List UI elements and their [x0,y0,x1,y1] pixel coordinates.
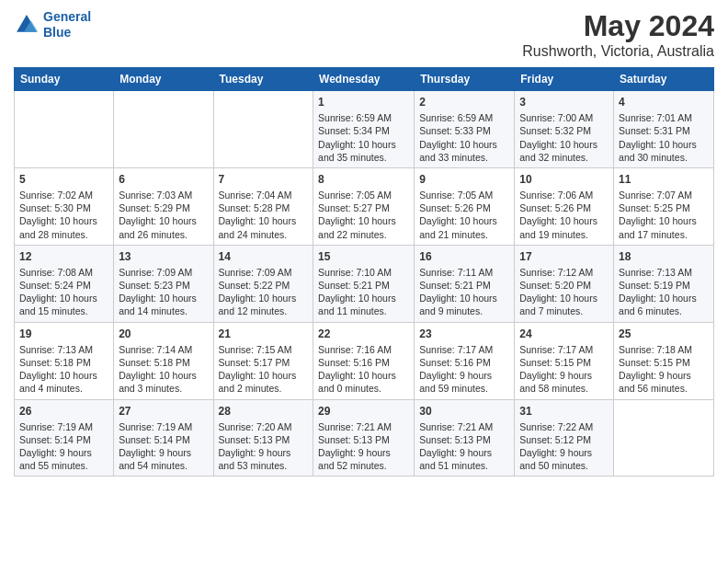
day-info: Sunrise: 6:59 AMSunset: 5:33 PMDaylight:… [419,111,509,164]
day-number: 20 [119,327,208,341]
header-thursday: Thursday [415,68,515,91]
day-info: Sunrise: 7:19 AMSunset: 5:14 PMDaylight:… [119,420,208,473]
header-row: Sunday Monday Tuesday Wednesday Thursday… [15,68,714,91]
day-number: 10 [519,172,609,187]
day-number: 26 [19,404,108,419]
day-info: Sunrise: 7:05 AMSunset: 5:27 PMDaylight:… [318,189,409,241]
table-row: 29Sunrise: 7:21 AMSunset: 5:13 PMDayligh… [313,399,415,477]
calendar-title: May 2024 [522,9,714,43]
day-info: Sunrise: 7:19 AMSunset: 5:14 PMDaylight:… [19,420,108,473]
day-info: Sunrise: 7:01 AMSunset: 5:31 PMDaylight:… [619,111,709,164]
table-row: 7Sunrise: 7:04 AMSunset: 5:28 PMDaylight… [213,167,313,245]
table-row: 26Sunrise: 7:19 AMSunset: 5:14 PMDayligh… [15,399,114,477]
table-row: 1Sunrise: 6:59 AMSunset: 5:34 PMDaylight… [313,91,415,168]
day-info: Sunrise: 7:09 AMSunset: 5:22 PMDaylight:… [219,266,309,318]
table-row: 5Sunrise: 7:02 AMSunset: 5:30 PMDaylight… [15,167,114,245]
day-number: 24 [519,327,609,341]
day-info: Sunrise: 7:07 AMSunset: 5:25 PMDaylight:… [619,189,709,241]
day-info: Sunrise: 7:16 AMSunset: 5:16 PMDaylight:… [318,343,409,396]
day-info: Sunrise: 6:59 AMSunset: 5:34 PMDaylight:… [318,111,409,164]
day-info: Sunrise: 7:13 AMSunset: 5:19 PMDaylight:… [619,266,709,318]
day-number: 7 [219,172,309,187]
table-row: 10Sunrise: 7:06 AMSunset: 5:26 PMDayligh… [515,167,614,245]
day-number: 9 [419,172,509,187]
header-monday: Monday [114,68,213,91]
table-row [614,399,714,477]
day-info: Sunrise: 7:02 AMSunset: 5:30 PMDaylight:… [19,189,108,241]
day-number: 8 [318,172,409,187]
day-number: 29 [318,404,409,419]
day-info: Sunrise: 7:03 AMSunset: 5:29 PMDaylight:… [119,189,208,241]
day-number: 19 [19,327,108,341]
day-number: 4 [619,95,709,109]
day-number: 6 [119,172,208,187]
table-row: 22Sunrise: 7:16 AMSunset: 5:16 PMDayligh… [313,322,415,399]
logo-icon [14,12,40,38]
table-row: 3Sunrise: 7:00 AMSunset: 5:32 PMDaylight… [515,91,614,168]
logo: General Blue [14,9,91,40]
header-sunday: Sunday [15,68,114,91]
table-row: 30Sunrise: 7:21 AMSunset: 5:13 PMDayligh… [415,399,515,477]
day-info: Sunrise: 7:08 AMSunset: 5:24 PMDaylight:… [19,266,108,318]
day-info: Sunrise: 7:12 AMSunset: 5:20 PMDaylight:… [519,266,609,318]
table-row: 31Sunrise: 7:22 AMSunset: 5:12 PMDayligh… [515,399,614,477]
table-row [15,91,114,168]
day-number: 12 [19,249,108,264]
day-number: 16 [419,249,509,264]
table-row: 23Sunrise: 7:17 AMSunset: 5:16 PMDayligh… [415,322,515,399]
day-info: Sunrise: 7:14 AMSunset: 5:18 PMDaylight:… [119,343,208,396]
day-info: Sunrise: 7:09 AMSunset: 5:23 PMDaylight:… [119,266,208,318]
day-info: Sunrise: 7:04 AMSunset: 5:28 PMDaylight:… [219,189,309,241]
day-info: Sunrise: 7:18 AMSunset: 5:15 PMDaylight:… [619,343,709,396]
table-row: 21Sunrise: 7:15 AMSunset: 5:17 PMDayligh… [213,322,313,399]
day-number: 11 [619,172,709,187]
day-info: Sunrise: 7:00 AMSunset: 5:32 PMDaylight:… [519,111,609,164]
table-row: 12Sunrise: 7:08 AMSunset: 5:24 PMDayligh… [15,245,114,322]
header: General Blue May 2024 Rushworth, Victori… [14,9,714,60]
day-info: Sunrise: 7:21 AMSunset: 5:13 PMDaylight:… [419,420,509,473]
page: General Blue May 2024 Rushworth, Victori… [0,0,728,490]
table-row: 18Sunrise: 7:13 AMSunset: 5:19 PMDayligh… [614,245,714,322]
day-info: Sunrise: 7:05 AMSunset: 5:26 PMDaylight:… [419,189,509,241]
table-row [114,91,213,168]
day-info: Sunrise: 7:22 AMSunset: 5:12 PMDaylight:… [519,420,609,473]
table-row: 8Sunrise: 7:05 AMSunset: 5:27 PMDaylight… [313,167,415,245]
table-row: 2Sunrise: 6:59 AMSunset: 5:33 PMDaylight… [415,91,515,168]
day-info: Sunrise: 7:15 AMSunset: 5:17 PMDaylight:… [219,343,309,396]
header-wednesday: Wednesday [313,68,415,91]
day-number: 3 [519,95,609,109]
day-number: 1 [318,95,409,109]
day-number: 21 [219,327,309,341]
table-row: 25Sunrise: 7:18 AMSunset: 5:15 PMDayligh… [614,322,714,399]
table-row: 27Sunrise: 7:19 AMSunset: 5:14 PMDayligh… [114,399,213,477]
table-row: 13Sunrise: 7:09 AMSunset: 5:23 PMDayligh… [114,245,213,322]
table-row: 20Sunrise: 7:14 AMSunset: 5:18 PMDayligh… [114,322,213,399]
table-row: 6Sunrise: 7:03 AMSunset: 5:29 PMDaylight… [114,167,213,245]
day-info: Sunrise: 7:11 AMSunset: 5:21 PMDaylight:… [419,266,509,318]
day-number: 14 [219,249,309,264]
title-block: May 2024 Rushworth, Victoria, Australia [522,9,714,60]
header-tuesday: Tuesday [213,68,313,91]
table-row [213,91,313,168]
day-info: Sunrise: 7:17 AMSunset: 5:16 PMDaylight:… [419,343,509,396]
table-row: 24Sunrise: 7:17 AMSunset: 5:15 PMDayligh… [515,322,614,399]
header-friday: Friday [515,68,614,91]
day-info: Sunrise: 7:10 AMSunset: 5:21 PMDaylight:… [318,266,409,318]
day-number: 25 [619,327,709,341]
day-number: 5 [19,172,108,187]
table-row: 4Sunrise: 7:01 AMSunset: 5:31 PMDaylight… [614,91,714,168]
table-row: 28Sunrise: 7:20 AMSunset: 5:13 PMDayligh… [213,399,313,477]
day-number: 2 [419,95,509,109]
day-info: Sunrise: 7:06 AMSunset: 5:26 PMDaylight:… [519,189,609,241]
day-number: 17 [519,249,609,264]
logo-text: General Blue [43,9,91,40]
day-info: Sunrise: 7:13 AMSunset: 5:18 PMDaylight:… [19,343,108,396]
table-row: 16Sunrise: 7:11 AMSunset: 5:21 PMDayligh… [415,245,515,322]
table-row: 15Sunrise: 7:10 AMSunset: 5:21 PMDayligh… [313,245,415,322]
day-info: Sunrise: 7:20 AMSunset: 5:13 PMDaylight:… [219,420,309,473]
day-number: 27 [119,404,208,419]
day-number: 18 [619,249,709,264]
calendar-table: Sunday Monday Tuesday Wednesday Thursday… [14,67,714,477]
day-number: 30 [419,404,509,419]
table-row: 19Sunrise: 7:13 AMSunset: 5:18 PMDayligh… [15,322,114,399]
